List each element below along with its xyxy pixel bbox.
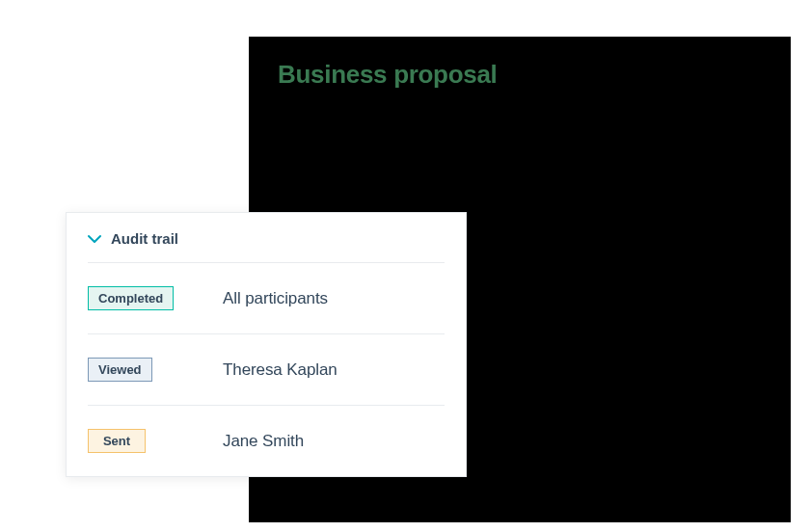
audit-row: Viewed Theresa Kaplan — [88, 333, 445, 405]
audit-row: Sent Jane Smith — [88, 405, 445, 476]
participant-name: All participants — [223, 289, 328, 308]
participant-name: Theresa Kaplan — [223, 360, 338, 380]
audit-trail-title: Audit trail — [111, 230, 178, 247]
audit-trail-body: Completed All participants Viewed Theres… — [67, 262, 466, 476]
document-title: Business proposal — [278, 60, 762, 90]
audit-trail-header[interactable]: Audit trail — [67, 213, 466, 262]
status-badge: Sent — [88, 429, 146, 453]
status-badge: Completed — [88, 286, 174, 310]
status-badge: Viewed — [88, 358, 152, 382]
chevron-down-icon — [88, 232, 101, 246]
audit-row: Completed All participants — [88, 262, 445, 333]
participant-name: Jane Smith — [223, 432, 304, 451]
audit-trail-panel: Audit trail Completed All participants V… — [66, 212, 467, 477]
